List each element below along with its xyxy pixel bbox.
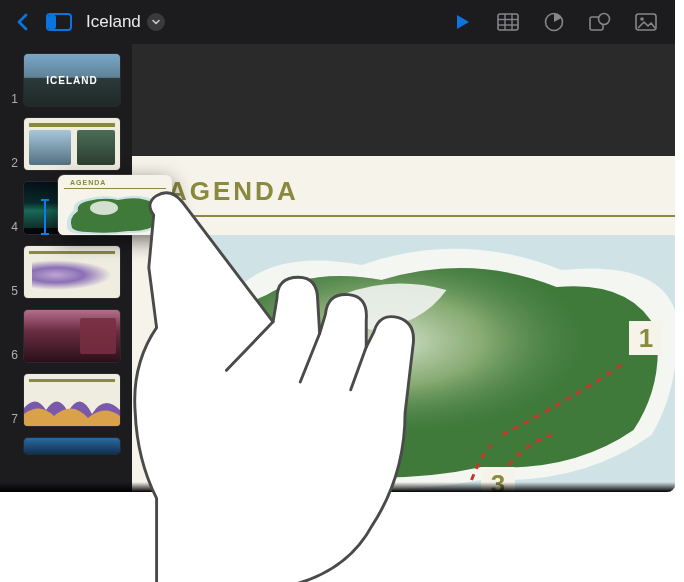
- slide-title: AGENDA: [132, 156, 675, 215]
- document-title: Iceland: [86, 12, 141, 32]
- slide-thumbnail[interactable]: 6: [8, 310, 124, 362]
- dragged-slide-title: AGENDA: [64, 175, 166, 189]
- insert-media-button[interactable]: [633, 9, 659, 35]
- chevron-down-icon: [151, 17, 161, 27]
- slide-thumbnail[interactable]: 5: [8, 246, 124, 298]
- insert-shape-button[interactable]: [587, 9, 613, 35]
- slide-thumbnail[interactable]: 7: [8, 374, 124, 426]
- svg-point-10: [599, 14, 610, 25]
- slide-thumbnail[interactable]: [8, 438, 124, 454]
- back-button[interactable]: [10, 9, 36, 35]
- thumbnail-title: ICELAND: [24, 75, 120, 86]
- slide-number: 7: [8, 412, 18, 426]
- keynote-app: Iceland: [0, 0, 675, 492]
- svg-rect-1: [48, 15, 56, 29]
- current-slide[interactable]: AGENDA: [132, 156, 675, 492]
- play-icon: [453, 13, 471, 31]
- slide-navigator[interactable]: 1 ICELAND 2 4: [0, 44, 132, 492]
- table-icon: [497, 13, 519, 31]
- slide-map: 1 3: [168, 235, 675, 492]
- slide-thumbnail[interactable]: 2: [8, 118, 124, 170]
- back-icon: [15, 11, 31, 33]
- toolbar: Iceland: [0, 0, 675, 44]
- chart-icon: [544, 12, 564, 32]
- title-underline: [168, 215, 675, 217]
- slide-number: 1: [8, 92, 18, 106]
- svg-rect-3: [498, 14, 518, 30]
- svg-point-15: [90, 201, 118, 215]
- shape-icon: [589, 12, 611, 32]
- map-marker: 1: [629, 321, 663, 355]
- slide-number: 2: [8, 156, 18, 170]
- slide-canvas[interactable]: AGENDA: [132, 44, 675, 492]
- slide-number: 5: [8, 284, 18, 298]
- media-icon: [635, 13, 657, 31]
- svg-point-12: [640, 17, 644, 21]
- insert-table-button[interactable]: [495, 9, 521, 35]
- drag-insertion-indicator: [44, 200, 46, 234]
- slide-number: 4: [8, 220, 18, 234]
- play-button[interactable]: [449, 9, 475, 35]
- svg-marker-2: [457, 15, 469, 29]
- insert-chart-button[interactable]: [541, 9, 567, 35]
- document-title-button[interactable]: Iceland: [86, 12, 165, 32]
- slide-number: 6: [8, 348, 18, 362]
- slide-thumbnail[interactable]: 1 ICELAND: [8, 54, 124, 106]
- app-body: 1 ICELAND 2 4: [0, 44, 675, 492]
- sidebar-toggle-button[interactable]: [46, 9, 72, 35]
- sidebar-icon: [46, 12, 72, 32]
- doc-menu-chevron[interactable]: [147, 13, 165, 31]
- dragged-slide-thumbnail[interactable]: AGENDA: [58, 175, 172, 235]
